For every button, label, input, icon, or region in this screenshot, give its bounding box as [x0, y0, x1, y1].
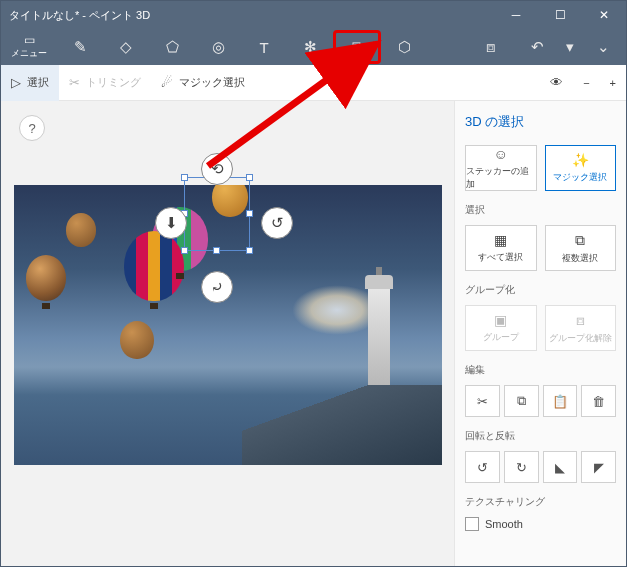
expand-button[interactable]: ⌄ — [580, 29, 626, 65]
flip-horizontal-button[interactable]: ◣ — [543, 451, 578, 483]
ungroup-button: ⧈グループ化解除 — [545, 305, 617, 351]
menu-button[interactable]: ▭ メニュー — [1, 34, 57, 60]
checkbox-icon — [465, 517, 479, 531]
cut-button[interactable]: ✂ — [465, 385, 500, 417]
copy-button[interactable]: ⧉ — [504, 385, 539, 417]
edit-section-label: 編集 — [465, 363, 616, 377]
3d-library-tool[interactable]: ⬡ — [381, 29, 427, 65]
stickers-tool[interactable]: ◎ — [195, 29, 241, 65]
folder-icon: ▭ — [24, 34, 35, 46]
2d-shapes-tool[interactable]: ◇ — [103, 29, 149, 65]
canvas-area[interactable]: ? ⟲ ⬇ ↺ ⤾ — [1, 101, 454, 566]
3d-shapes-tool[interactable]: ⬠ — [149, 29, 195, 65]
ungroup-icon: ⧈ — [576, 312, 585, 329]
group-button: ▣グループ — [465, 305, 537, 351]
minimize-button[interactable]: ─ — [494, 1, 538, 29]
window-title: タイトルなし* - ペイント 3D — [1, 8, 494, 23]
texture-section-label: テクスチャリング — [465, 495, 616, 509]
balloon — [120, 321, 154, 359]
rotate-z-handle[interactable]: ⟲ — [201, 153, 233, 185]
rotate-right-button[interactable]: ↻ — [504, 451, 539, 483]
sidebar-title: 3D の選択 — [465, 113, 616, 131]
delete-button[interactable]: 🗑 — [581, 385, 616, 417]
effects-tool[interactable]: ✻ — [287, 29, 333, 65]
brushes-tool[interactable]: ✎ — [57, 29, 103, 65]
rotate-section-label: 回転と反転 — [465, 429, 616, 443]
add-sticker-button[interactable]: ☺ステッカーの追加 — [465, 145, 537, 191]
depth-handle[interactable]: ⬇ — [155, 207, 187, 239]
sticker-icon: ☺ — [494, 146, 508, 162]
cursor-icon: ▷ — [11, 75, 21, 90]
history-tool[interactable]: ⧈ — [468, 29, 514, 65]
rotate-y-handle[interactable]: ↺ — [261, 207, 293, 239]
balloon — [124, 231, 184, 301]
sidebar: 3D の選択 ☺ステッカーの追加 ✨マジック選択 選択 ▦すべて選択 ⧉複数選択… — [454, 101, 626, 566]
resize-handle[interactable] — [246, 247, 253, 254]
smooth-checkbox[interactable]: Smooth — [465, 517, 616, 531]
select-section-label: 選択 — [465, 203, 616, 217]
select-tool[interactable]: ▷ 選択 — [1, 65, 59, 101]
close-button[interactable]: ✕ — [582, 1, 626, 29]
rocks — [242, 385, 442, 465]
magic-icon: ✨ — [572, 152, 589, 168]
balloon — [66, 213, 96, 247]
canvas-tool[interactable]: ⧉ — [333, 30, 381, 64]
resize-handle[interactable] — [246, 210, 253, 217]
more-button[interactable]: ▾ — [560, 29, 580, 65]
resize-handle[interactable] — [181, 247, 188, 254]
zoom-out-button[interactable]: − — [573, 65, 599, 101]
eye-icon: 👁 — [550, 75, 563, 90]
flip-vertical-button[interactable]: ◤ — [581, 451, 616, 483]
lighthouse — [368, 285, 390, 385]
menu-label: メニュー — [11, 47, 47, 60]
crop-icon: ✂ — [69, 75, 80, 90]
paste-button[interactable]: 📋 — [543, 385, 578, 417]
rotate-left-button[interactable]: ↺ — [465, 451, 500, 483]
text-tool[interactable]: T — [241, 29, 287, 65]
zoom-in-button[interactable]: + — [600, 65, 626, 101]
help-button[interactable]: ? — [19, 115, 45, 141]
group-section-label: グループ化 — [465, 283, 616, 297]
magic-select-button[interactable]: ✨マジック選択 — [545, 145, 617, 191]
select-all-button[interactable]: ▦すべて選択 — [465, 225, 537, 271]
resize-handle[interactable] — [181, 174, 188, 181]
rotate-x-handle[interactable]: ⤾ — [201, 271, 233, 303]
magic-icon: ☄ — [161, 75, 173, 90]
resize-handle[interactable] — [213, 247, 220, 254]
selection-box[interactable] — [184, 177, 250, 251]
crop-tool[interactable]: ✂ トリミング — [59, 65, 151, 101]
view-3d-button[interactable]: 👁 — [540, 65, 573, 101]
resize-handle[interactable] — [246, 174, 253, 181]
multi-select-button[interactable]: ⧉複数選択 — [545, 225, 617, 271]
maximize-button[interactable]: ☐ — [538, 1, 582, 29]
multi-select-icon: ⧉ — [575, 232, 585, 249]
magic-select-tool[interactable]: ☄ マジック選択 — [151, 65, 255, 101]
group-icon: ▣ — [494, 312, 507, 328]
select-all-icon: ▦ — [494, 232, 507, 248]
balloon — [26, 255, 66, 301]
undo-button[interactable]: ↶ — [514, 29, 560, 65]
